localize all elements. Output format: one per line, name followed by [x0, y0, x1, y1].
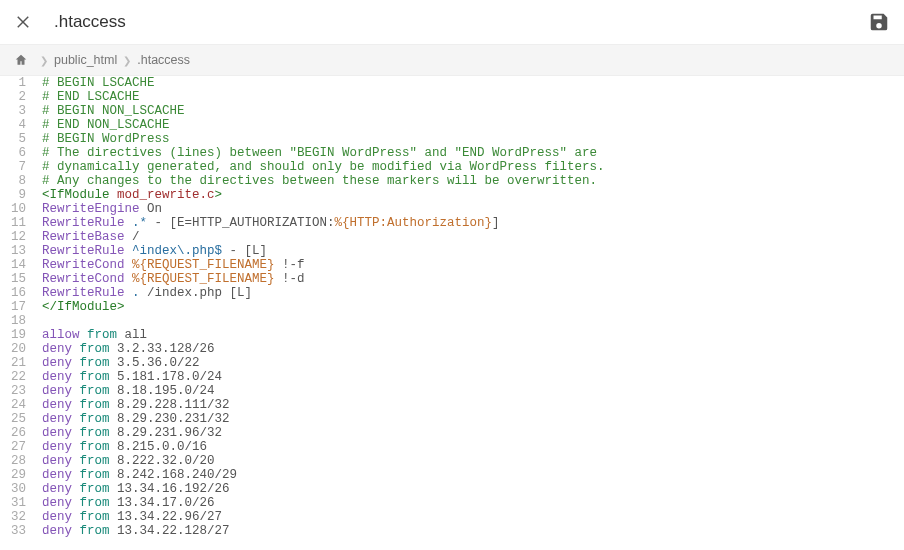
- editor-line[interactable]: 17</IfModule>: [0, 300, 904, 314]
- line-content[interactable]: deny from 8.222.32.0/20: [36, 454, 904, 468]
- line-number: 11: [0, 216, 36, 230]
- line-content[interactable]: deny from 13.34.22.128/27: [36, 524, 904, 538]
- line-content[interactable]: allow from all: [36, 328, 904, 342]
- editor-line[interactable]: 9<IfModule mod_rewrite.c>: [0, 188, 904, 202]
- breadcrumb: ❯ public_html ❯ .htaccess: [0, 44, 904, 76]
- editor-line[interactable]: 21deny from 3.5.36.0/22: [0, 356, 904, 370]
- line-content[interactable]: deny from 8.29.230.231/32: [36, 412, 904, 426]
- line-content[interactable]: # The directives (lines) between "BEGIN …: [36, 146, 904, 160]
- line-content[interactable]: # END LSCACHE: [36, 90, 904, 104]
- editor-line[interactable]: 22deny from 5.181.178.0/24: [0, 370, 904, 384]
- line-number: 19: [0, 328, 36, 342]
- line-content[interactable]: deny from 8.215.0.0/16: [36, 440, 904, 454]
- editor-line[interactable]: 15RewriteCond %{REQUEST_FILENAME} !-d: [0, 272, 904, 286]
- line-content[interactable]: RewriteRule . /index.php [L]: [36, 286, 904, 300]
- line-content[interactable]: RewriteCond %{REQUEST_FILENAME} !-f: [36, 258, 904, 272]
- line-content[interactable]: # END NON_LSCACHE: [36, 118, 904, 132]
- breadcrumb-part[interactable]: public_html: [54, 53, 117, 67]
- line-content[interactable]: # Any changes to the directives between …: [36, 174, 904, 188]
- line-number: 22: [0, 370, 36, 384]
- editor-line[interactable]: 30deny from 13.34.16.192/26: [0, 482, 904, 496]
- editor-line[interactable]: 3# BEGIN NON_LSCACHE: [0, 104, 904, 118]
- line-content[interactable]: RewriteCond %{REQUEST_FILENAME} !-d: [36, 272, 904, 286]
- editor-line[interactable]: 4# END NON_LSCACHE: [0, 118, 904, 132]
- line-number: 25: [0, 412, 36, 426]
- line-number: 1: [0, 76, 36, 90]
- line-number: 30: [0, 482, 36, 496]
- editor-line[interactable]: 2# END LSCACHE: [0, 90, 904, 104]
- line-number: 28: [0, 454, 36, 468]
- line-content[interactable]: deny from 8.29.231.96/32: [36, 426, 904, 440]
- editor-line[interactable]: 25deny from 8.29.230.231/32: [0, 412, 904, 426]
- chevron-right-icon: ❯: [40, 55, 48, 66]
- line-content[interactable]: deny from 8.242.168.240/29: [36, 468, 904, 482]
- line-content[interactable]: # BEGIN NON_LSCACHE: [36, 104, 904, 118]
- editor-line[interactable]: 24deny from 8.29.228.111/32: [0, 398, 904, 412]
- home-icon[interactable]: [14, 53, 28, 67]
- line-content[interactable]: RewriteRule .* - [E=HTTP_AUTHORIZATION:%…: [36, 216, 904, 230]
- line-content[interactable]: <IfModule mod_rewrite.c>: [36, 188, 904, 202]
- editor-line[interactable]: 33deny from 13.34.22.128/27: [0, 524, 904, 538]
- breadcrumb-part: .htaccess: [137, 53, 190, 67]
- line-content[interactable]: RewriteEngine On: [36, 202, 904, 216]
- line-content[interactable]: deny from 13.34.17.0/26: [36, 496, 904, 510]
- line-content[interactable]: deny from 3.2.33.128/26: [36, 342, 904, 356]
- editor-line[interactable]: 23deny from 8.18.195.0/24: [0, 384, 904, 398]
- line-content[interactable]: deny from 8.18.195.0/24: [36, 384, 904, 398]
- editor-line[interactable]: 11RewriteRule .* - [E=HTTP_AUTHORIZATION…: [0, 216, 904, 230]
- editor-line[interactable]: 14RewriteCond %{REQUEST_FILENAME} !-f: [0, 258, 904, 272]
- line-number: 23: [0, 384, 36, 398]
- line-number: 7: [0, 160, 36, 174]
- line-content[interactable]: [36, 314, 904, 328]
- line-number: 5: [0, 132, 36, 146]
- chevron-right-icon: ❯: [123, 55, 131, 66]
- line-number: 20: [0, 342, 36, 356]
- editor-line[interactable]: 12RewriteBase /: [0, 230, 904, 244]
- line-number: 33: [0, 524, 36, 538]
- editor-line[interactable]: 32deny from 13.34.22.96/27: [0, 510, 904, 524]
- editor-line[interactable]: 18: [0, 314, 904, 328]
- editor-line[interactable]: 28deny from 8.222.32.0/20: [0, 454, 904, 468]
- line-number: 9: [0, 188, 36, 202]
- editor-line[interactable]: 6# The directives (lines) between "BEGIN…: [0, 146, 904, 160]
- line-content[interactable]: deny from 8.29.228.111/32: [36, 398, 904, 412]
- line-number: 15: [0, 272, 36, 286]
- editor-line[interactable]: 29deny from 8.242.168.240/29: [0, 468, 904, 482]
- line-number: 10: [0, 202, 36, 216]
- line-content[interactable]: RewriteRule ^index\.php$ - [L]: [36, 244, 904, 258]
- line-number: 24: [0, 398, 36, 412]
- line-number: 21: [0, 356, 36, 370]
- editor-line[interactable]: 8# Any changes to the directives between…: [0, 174, 904, 188]
- line-content[interactable]: # BEGIN WordPress: [36, 132, 904, 146]
- line-number: 8: [0, 174, 36, 188]
- editor-line[interactable]: 13RewriteRule ^index\.php$ - [L]: [0, 244, 904, 258]
- line-content[interactable]: deny from 5.181.178.0/24: [36, 370, 904, 384]
- editor-line[interactable]: 19allow from all: [0, 328, 904, 342]
- editor-line[interactable]: 1# BEGIN LSCACHE: [0, 76, 904, 90]
- line-number: 16: [0, 286, 36, 300]
- line-number: 6: [0, 146, 36, 160]
- line-number: 17: [0, 300, 36, 314]
- line-number: 2: [0, 90, 36, 104]
- line-content[interactable]: deny from 3.5.36.0/22: [36, 356, 904, 370]
- editor-line[interactable]: 27deny from 8.215.0.0/16: [0, 440, 904, 454]
- code-editor[interactable]: 1# BEGIN LSCACHE2# END LSCACHE3# BEGIN N…: [0, 76, 904, 550]
- line-content[interactable]: # dynamically generated, and should only…: [36, 160, 904, 174]
- line-content[interactable]: deny from 13.34.22.96/27: [36, 510, 904, 524]
- editor-line[interactable]: 16RewriteRule . /index.php [L]: [0, 286, 904, 300]
- editor-line[interactable]: 20deny from 3.2.33.128/26: [0, 342, 904, 356]
- editor-line[interactable]: 7# dynamically generated, and should onl…: [0, 160, 904, 174]
- line-content[interactable]: deny from 13.34.16.192/26: [36, 482, 904, 496]
- line-content[interactable]: </IfModule>: [36, 300, 904, 314]
- editor-line[interactable]: 26deny from 8.29.231.96/32: [0, 426, 904, 440]
- line-number: 31: [0, 496, 36, 510]
- save-icon[interactable]: [868, 11, 890, 33]
- line-content[interactable]: # BEGIN LSCACHE: [36, 76, 904, 90]
- line-content[interactable]: RewriteBase /: [36, 230, 904, 244]
- editor-line[interactable]: 10RewriteEngine On: [0, 202, 904, 216]
- line-number: 26: [0, 426, 36, 440]
- close-icon[interactable]: [14, 13, 32, 31]
- line-number: 4: [0, 118, 36, 132]
- editor-line[interactable]: 5# BEGIN WordPress: [0, 132, 904, 146]
- editor-line[interactable]: 31deny from 13.34.17.0/26: [0, 496, 904, 510]
